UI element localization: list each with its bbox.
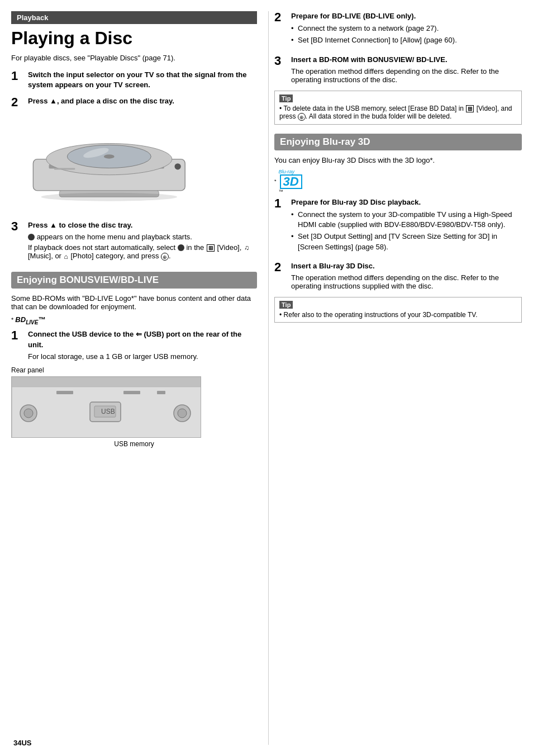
banner-label: Playback	[17, 13, 48, 22]
left-column: Playback Playing a Disc For playable dis…	[11, 11, 268, 745]
tip-bonusview-text: • To delete data in the USB memory, sele…	[279, 105, 517, 121]
enter-icon: ⊕	[161, 253, 169, 261]
step-3-title: Press ▲ to close the disc tray.	[28, 220, 257, 230]
right-bonusview-step-3: 3 Insert a BD-ROM with BONUSVIEW/ BD-LIV…	[274, 55, 522, 84]
svg-point-9	[41, 192, 177, 201]
rear-panel-label: Rear panel	[11, 366, 257, 374]
svg-point-4	[104, 154, 115, 159]
playback-banner: Playback	[11, 11, 257, 24]
right-bonusview-step-2: 2 Prepare for BD-LIVE (BD-LIVE only). Co…	[274, 11, 522, 48]
tip-bonusview-label: Tip	[279, 94, 293, 102]
right-step-2-number: 2	[274, 11, 287, 23]
bonusview-step-1-content: Connect the USB device to the ⇐ (USB) po…	[28, 329, 257, 360]
step-2-title: Press ▲, and place a disc on the disc tr…	[28, 96, 257, 106]
right-step-2-content: Prepare for BD-LIVE (BD-LIVE only). Conn…	[291, 11, 522, 48]
step-3-number: 3	[11, 220, 23, 233]
step-1-title: Switch the input selector on your TV so …	[28, 70, 257, 90]
main-title: Playing a Disc	[11, 29, 257, 48]
bluray3d-step-1-bullet-1: Connect the system to your 3D-compatible…	[291, 210, 522, 230]
svg-point-13	[24, 409, 33, 418]
bluray-wordmark: Blu-ray	[279, 169, 295, 174]
select-circle-icon	[178, 244, 184, 251]
right-column: 2 Prepare for BD-LIVE (BD-LIVE only). Co…	[268, 11, 522, 745]
step-1-number: 1	[11, 70, 23, 82]
bonusview-heading: Enjoying BONUSVIEW/BD-LIVE	[11, 272, 257, 289]
photo-icon: ⌂	[64, 253, 68, 261]
bluray3d-step-2-number: 2	[274, 261, 287, 273]
svg-rect-20	[123, 391, 140, 394]
right-step-2-bullet-1: Connect the system to a network (page 27…	[291, 23, 522, 34]
svg-rect-21	[157, 391, 165, 394]
tip-bluray3d: Tip • Refer also to the operating instru…	[274, 297, 522, 323]
bluray-3d-badge: 3D	[280, 174, 302, 189]
bonusview-intro: Some BD-ROMs with "BD-LIVE Logo*" have b…	[11, 294, 257, 311]
bonusview-step-1: 1 Connect the USB device to the ⇐ (USB) …	[11, 329, 257, 360]
step-1-content: Switch the input selector on your TV so …	[28, 70, 257, 90]
svg-text:USB: USB	[101, 408, 115, 415]
tip-bluray3d-text: • Refer also to the operating instructio…	[279, 311, 517, 319]
step-3-body-line1: appears on the home menu and playback st…	[37, 233, 192, 241]
home-circle-icon	[28, 234, 35, 240]
bdlive-logo: * BDLIVE™	[11, 315, 257, 325]
tip-bluray3d-label: Tip	[279, 301, 293, 309]
usb-label: USB memory	[11, 440, 257, 448]
right-step-3-number: 3	[274, 55, 287, 67]
bluray3d-step-1-bullet-2: Set [3D Output Setting] and [TV Screen S…	[291, 231, 522, 252]
right-step-2-bullet-2: Set [BD Internet Connection] to [Allow] …	[291, 35, 522, 45]
rear-panel-image: USB	[11, 376, 201, 438]
step-3: 3 Press ▲ to close the disc tray. appear…	[11, 220, 257, 263]
step-1: 1 Switch the input selector on your TV s…	[11, 70, 257, 90]
page-number: 34US	[13, 739, 32, 747]
bluray3d-step-2-content: Insert a Blu-ray 3D Disc. The operation …	[291, 261, 522, 290]
music-icon: ♫	[244, 244, 249, 252]
right-step-3-content: Insert a BD-ROM with BONUSVIEW/ BD-LIVE.…	[291, 55, 522, 84]
bluray3d-step-1: 1 Prepare for Blu-ray 3D Disc playback. …	[274, 197, 522, 254]
intro-text: For playable discs, see "Playable Discs"…	[11, 54, 257, 62]
tip-bluray3d-body: Refer also to the operating instructions…	[284, 311, 478, 319]
bluray3d-step-1-bullets: Connect the system to your 3D-compatible…	[291, 210, 522, 252]
bonusview-step-1-title: Connect the USB device to the ⇐ (USB) po…	[28, 329, 257, 349]
svg-rect-11	[12, 377, 201, 387]
svg-point-18	[178, 409, 187, 418]
step-3-body: appears on the home menu and playback st…	[28, 233, 257, 261]
rear-panel-container: Rear panel USB	[11, 366, 257, 448]
right-step-2-title: Prepare for BD-LIVE (BD-LIVE only).	[291, 11, 522, 21]
step-2: 2 Press ▲, and place a disc on the disc …	[11, 96, 257, 108]
disc-image	[28, 114, 196, 215]
right-step-2-bullets: Connect the system to a network (page 27…	[291, 23, 522, 45]
bluray3d-step-2: 2 Insert a Blu-ray 3D Disc. The operatio…	[274, 261, 522, 290]
svg-rect-19	[56, 391, 73, 394]
tip-enter-icon: ⊕	[298, 113, 306, 121]
svg-rect-7	[54, 168, 75, 169]
bluray3d-step-1-title: Prepare for Blu-ray 3D Disc playback.	[291, 197, 522, 207]
bluray3d-heading: Enjoying Blu-ray 3D	[274, 134, 522, 150]
bluray3d-step-2-body: The operation method differs depending o…	[291, 273, 522, 290]
tip-video-icon: ⊞	[466, 105, 474, 112]
bonusview-step-1-body: For local storage, use a 1 GB or larger …	[28, 352, 257, 361]
step-2-content: Press ▲, and place a disc on the disc tr…	[28, 96, 257, 106]
step-2-number: 2	[11, 96, 23, 108]
bonusview-step-1-number: 1	[11, 329, 23, 342]
video-icon: ⊞	[207, 244, 215, 252]
svg-rect-6	[175, 163, 181, 169]
right-step-3-title: Insert a BD-ROM with BONUSVIEW/ BD-LIVE.	[291, 55, 522, 65]
step-3-content: Press ▲ to close the disc tray. appears …	[28, 220, 257, 263]
bluray3d-step-2-title: Insert a Blu-ray 3D Disc.	[291, 261, 522, 271]
bluray3d-intro: You can enjoy Blu-ray 3D Discs with the …	[274, 156, 522, 164]
bluray3d-step-1-content: Prepare for Blu-ray 3D Disc playback. Co…	[291, 197, 522, 254]
tip-bonusview: Tip • To delete data in the USB memory, …	[274, 91, 522, 125]
step-3-body-line2: If playback does not start automatically…	[28, 243, 257, 261]
bluray3d-logo: * Blu-ray 3D ™	[274, 169, 522, 194]
right-step-3-body: The operation method differs depending o…	[291, 67, 522, 84]
bluray3d-step-1-number: 1	[274, 197, 287, 210]
